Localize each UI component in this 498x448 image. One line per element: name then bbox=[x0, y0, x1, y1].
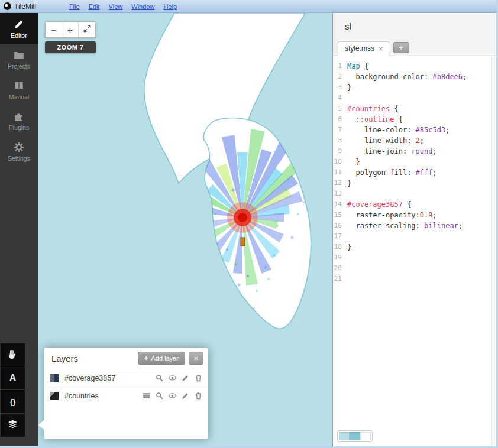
sidebar-item-label: Plugins bbox=[9, 124, 29, 131]
line-number: 19 bbox=[333, 252, 347, 263]
line-number: 5 bbox=[333, 103, 347, 114]
tilemill-window: TileMill File Edit View Window Help Edit… bbox=[0, 0, 498, 448]
book-icon bbox=[13, 80, 25, 92]
stylesheet-tabbar: style.mss × + bbox=[333, 40, 496, 56]
eye-icon[interactable] bbox=[169, 374, 176, 382]
menu-view[interactable]: View bbox=[109, 3, 123, 10]
add-stylesheet-button[interactable]: + bbox=[393, 42, 409, 53]
code-line: 19 bbox=[333, 252, 496, 263]
sidebar-item-label: Manual bbox=[9, 93, 29, 100]
code-text: background-color: #b8dee6; bbox=[347, 72, 467, 82]
fullscreen-button[interactable] bbox=[79, 22, 95, 37]
layer-row[interactable]: #coverage3857 bbox=[44, 369, 208, 387]
hand-icon bbox=[7, 348, 18, 362]
delete-icon[interactable] bbox=[195, 392, 202, 400]
code-line: 7 line-color: #85c5d3; bbox=[333, 125, 496, 135]
line-number: 14 bbox=[333, 199, 347, 210]
menu-window[interactable]: Window bbox=[131, 3, 154, 10]
layer-row[interactable]: #countries bbox=[44, 387, 208, 404]
code-line: 15 raster-opacity:0.9; bbox=[333, 210, 496, 220]
code-line: 17 bbox=[333, 231, 496, 242]
code-line: 5#countries { bbox=[333, 103, 496, 114]
window-titlebar[interactable]: TileMill File Edit View Window Help bbox=[0, 0, 496, 13]
code-text: #coverage3857 { bbox=[347, 199, 411, 210]
menu-bar: File Edit View Window Help bbox=[69, 3, 177, 10]
line-number: 15 bbox=[333, 210, 347, 220]
menu-file[interactable]: File bbox=[69, 3, 80, 10]
layer-actions bbox=[143, 392, 202, 400]
sidebar-item-manual[interactable]: Manual bbox=[0, 74, 38, 105]
line-number: 8 bbox=[333, 135, 347, 146]
puzzle-icon bbox=[13, 111, 25, 122]
code-line: 21 bbox=[333, 274, 496, 284]
folder-icon bbox=[13, 49, 25, 61]
code-line: 14#coverage3857 { bbox=[333, 199, 496, 210]
map-canvas[interactable]: − + ZOOM 7 Layers + Add layer bbox=[38, 13, 332, 446]
color-swatch[interactable] bbox=[339, 432, 350, 440]
code-text: } bbox=[347, 242, 351, 252]
color-swatch[interactable] bbox=[350, 432, 360, 440]
layer-actions bbox=[156, 374, 202, 382]
tab-close-icon[interactable]: × bbox=[379, 45, 383, 53]
sidebar-item-plugins[interactable]: Plugins bbox=[0, 105, 38, 136]
line-number: 3 bbox=[333, 82, 347, 93]
zoom-out-button[interactable]: − bbox=[46, 22, 62, 37]
search-icon[interactable] bbox=[156, 392, 163, 400]
layer-thumbnail bbox=[50, 392, 59, 400]
code-text: line-join: round; bbox=[347, 146, 437, 157]
line-number: 13 bbox=[333, 189, 347, 199]
menu-edit[interactable]: Edit bbox=[89, 3, 100, 10]
layer-list: #coverage3857#countries bbox=[44, 369, 208, 404]
braces-icon: {} bbox=[9, 397, 15, 406]
layers-panel-close-button[interactable]: × bbox=[189, 352, 203, 365]
tab-style-mss[interactable]: style.mss × bbox=[338, 41, 389, 56]
zoom-in-button[interactable]: + bbox=[62, 22, 79, 37]
project-title: sl bbox=[345, 21, 351, 31]
add-layer-button[interactable]: + Add layer bbox=[138, 352, 186, 365]
code-line: 10 } bbox=[333, 157, 496, 167]
sidebar-item-editor[interactable]: Editor bbox=[0, 13, 38, 44]
code-editor[interactable]: 1Map {2 background-color: #b8dee6;3}45#c… bbox=[333, 56, 496, 446]
code-text: raster-opacity:0.9; bbox=[347, 210, 437, 220]
delete-icon[interactable] bbox=[195, 374, 202, 382]
code-line: 3} bbox=[333, 82, 496, 93]
color-swatch[interactable] bbox=[360, 432, 371, 440]
plus-icon: + bbox=[144, 354, 148, 362]
code-text: ::outline { bbox=[347, 114, 403, 125]
sidebar-item-label: Projects bbox=[8, 63, 30, 70]
expand-arrows-icon bbox=[83, 24, 92, 35]
eye-icon[interactable] bbox=[169, 392, 176, 400]
layers-icon bbox=[7, 418, 18, 432]
code-text: line-width: 2; bbox=[347, 135, 424, 146]
code-text: #countries { bbox=[347, 103, 399, 114]
line-number: 10 bbox=[333, 157, 347, 167]
code-text: } bbox=[347, 178, 351, 189]
line-number: 1 bbox=[333, 61, 347, 72]
code-line: 1Map { bbox=[333, 61, 496, 72]
sidebar-item-settings[interactable]: Settings bbox=[0, 136, 38, 167]
menu-help[interactable]: Help bbox=[163, 3, 177, 10]
search-icon[interactable] bbox=[156, 374, 163, 382]
text-tool-label: A bbox=[9, 373, 17, 384]
grid-icon[interactable] bbox=[143, 392, 150, 400]
code-text: raster-scaling: bilinear; bbox=[347, 220, 463, 231]
main-content: Editor Projects Manual Plugins bbox=[0, 13, 496, 446]
tool-layers[interactable] bbox=[0, 414, 25, 437]
sidebar-item-label: Settings bbox=[8, 155, 30, 162]
tool-text[interactable]: A bbox=[0, 366, 25, 390]
edit-icon[interactable] bbox=[182, 374, 189, 382]
line-number: 16 bbox=[333, 220, 347, 231]
sidebar-item-projects[interactable]: Projects bbox=[0, 44, 38, 74]
line-number: 12 bbox=[333, 178, 347, 189]
edit-icon[interactable] bbox=[182, 392, 189, 400]
add-layer-label: Add layer bbox=[151, 355, 179, 362]
code-scrollbar[interactable] bbox=[491, 57, 496, 446]
code-text: } bbox=[347, 157, 360, 167]
line-number: 17 bbox=[333, 231, 347, 242]
tool-code[interactable]: {} bbox=[0, 390, 25, 414]
layer-name: #countries bbox=[64, 392, 143, 400]
line-number: 2 bbox=[333, 72, 347, 82]
tool-pan[interactable] bbox=[0, 343, 25, 366]
line-number: 6 bbox=[333, 114, 347, 125]
zoom-control: − + bbox=[45, 21, 96, 38]
